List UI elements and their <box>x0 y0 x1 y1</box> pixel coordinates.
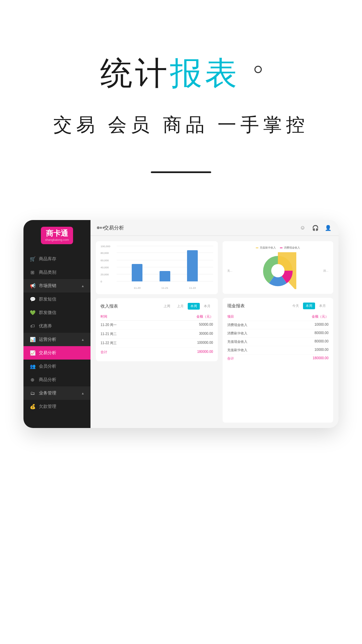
arrow-up-icon3: ▲ <box>81 391 84 395</box>
cash-total-row: 合计 180000.00 <box>227 355 328 363</box>
sidebar-item-analytics[interactable]: 📊 运营分析 ▲ <box>23 333 90 346</box>
revenue-tabs: 上周 上月 本周 本月 <box>161 303 213 310</box>
sidebar-item-label: 商品分析 <box>39 377 56 383</box>
dashboard-mockup: 商卡通 shangkatong.com 🛒 商品库存 ⊞ 商品类别 📢 市场营销 <box>23 220 339 428</box>
debt-icon: 💰 <box>29 404 36 410</box>
pie-side-right-label: 消… <box>323 269 328 273</box>
analytics-icon: 📊 <box>29 336 36 342</box>
amount-1120: 50000.00 <box>157 323 213 327</box>
cash-item-1: 消费现金收入 <box>227 323 283 327</box>
topbar-icons: ☺ 🎧 👤 <box>299 224 332 231</box>
sidebar-item-sms[interactable]: 💬 群发短信 <box>23 292 90 306</box>
revenue-row-1: 11-20 周一 50000.00 <box>101 321 213 330</box>
x-label-1121: 11-21 <box>162 286 168 289</box>
sidebar-item-label: 群发短信 <box>39 296 56 302</box>
tab-last-week[interactable]: 上周 <box>161 303 173 310</box>
cash-col-project: 项目 <box>227 314 283 319</box>
bar-1120 <box>132 264 142 281</box>
sidebar-item-product-analysis[interactable]: ⊕ 商品分析 <box>23 373 90 386</box>
sidebar-item-label: 商品库存 <box>39 256 56 262</box>
tab-last-month[interactable]: 上月 <box>174 303 186 310</box>
y-label-60k: 60,000 <box>101 259 109 262</box>
cash-item-3: 充值现金收入 <box>227 339 283 344</box>
col-amount: 金额（元） <box>157 314 213 319</box>
pie-side-left-label: 充… <box>227 269 233 273</box>
x-labels: 11-20 11-21 11-22 <box>117 286 213 289</box>
cash-title: 现金报表 <box>227 303 245 309</box>
revenue-total-row: 合计 180000.00 <box>101 348 213 357</box>
pie-legend: 充值刷卡收入 消费现金收入 <box>227 246 328 250</box>
sidebar-item-category[interactable]: ⊞ 商品类别 <box>23 266 90 279</box>
sidebar-logo: 商卡通 shangkatong.com <box>23 220 90 250</box>
sidebar-item-transaction[interactable]: 📈 交易分析 <box>23 346 90 360</box>
headphone-icon: 🎧 <box>312 224 319 231</box>
tab-this-week[interactable]: 本周 <box>188 303 200 310</box>
revenue-table-header: 时间 金额（元） <box>101 313 213 321</box>
legend-recharge-card: 充值刷卡收入 <box>256 246 276 250</box>
date-1120: 11-20 周一 <box>101 323 157 327</box>
x-label-1120: 11-20 <box>134 286 140 289</box>
sidebar-menu: 🛒 商品库存 ⊞ 商品类别 📢 市场营销 ▲ 💬 群发短信 💚 <box>23 250 90 428</box>
sidebar-item-inventory[interactable]: 🛒 商品库存 <box>23 252 90 266</box>
business-icon: 🗂 <box>29 390 36 396</box>
y-label-80k: 80,000 <box>101 252 109 255</box>
cash-item-2: 消费刷卡收入 <box>227 331 283 336</box>
pie-card: 充值刷卡收入 消费现金收入 充… <box>223 241 333 294</box>
cash-amount-4: 10000.00 <box>283 348 328 353</box>
sidebar-item-business[interactable]: 🗂 业务管理 ▲ <box>23 386 90 400</box>
revenue-row-2: 11-21 周二 30000.00 <box>101 330 213 339</box>
sidebar: 商卡通 shangkatong.com 🛒 商品库存 ⊞ 商品类别 📢 市场营销 <box>23 220 90 428</box>
legend-label-consume-cash: 消费现金收入 <box>284 246 300 250</box>
cash-item-4: 充值刷卡收入 <box>227 348 283 353</box>
logo-text: 商卡通 <box>45 229 69 237</box>
cash-row-1: 消费现金收入 10000.00 <box>227 321 328 329</box>
sidebar-item-marketing[interactable]: 📢 市场营销 ▲ <box>23 279 90 292</box>
amount-1121: 30000.00 <box>157 332 213 336</box>
sidebar-item-debt[interactable]: 💰 欠款管理 <box>23 400 90 413</box>
trend-icon: 📈 <box>29 350 36 356</box>
member-icon: 👥 <box>29 363 36 369</box>
sidebar-item-member[interactable]: 👥 会员分析 <box>23 360 90 373</box>
date-1121: 11-21 周二 <box>101 332 157 336</box>
revenue-total-label: 合计 <box>101 350 157 355</box>
cash-row-3: 充值现金收入 80000.00 <box>227 338 328 346</box>
coupon-icon: 🏷 <box>29 323 36 329</box>
sidebar-item-wechat[interactable]: 💚 群发微信 <box>23 306 90 319</box>
y-label-40k: 40,000 <box>101 266 109 269</box>
sidebar-item-label: 会员分析 <box>39 363 56 369</box>
hero-section: 统计报表 交易 会员 商品 一手掌控 <box>0 0 362 186</box>
cash-table-header: 项目 金额（元） <box>227 313 328 321</box>
hero-title: 统计报表 <box>0 54 362 92</box>
revenue-header-row: 收入报表 上周 上月 本周 本月 <box>101 303 213 310</box>
sidebar-item-label: 交易分析 <box>39 350 56 356</box>
cash-total-label: 合计 <box>227 356 283 361</box>
legend-dot-yellow <box>256 248 258 248</box>
sidebar-item-coupon[interactable]: 🏷 优惠券 <box>23 319 90 333</box>
tab-this-month-cash[interactable]: 本月 <box>316 303 328 309</box>
cash-amount-1: 10000.00 <box>283 323 328 327</box>
emoji-icon: ☺ <box>299 224 306 231</box>
amount-1122: 100000.00 <box>157 341 213 345</box>
hero-title-part1: 统计 <box>100 55 170 91</box>
y-label-20k: 20,000 <box>101 273 109 276</box>
logo-sub: shangkatong.com <box>45 238 69 241</box>
sidebar-item-label: 业务管理 <box>39 390 56 396</box>
menu-dots-icon <box>97 227 99 229</box>
tab-this-month[interactable]: 本月 <box>201 303 213 310</box>
marketing-icon: 📢 <box>29 283 36 289</box>
grid-icon: ⊞ <box>29 269 36 275</box>
y-label-100k: 100,000 <box>101 245 110 248</box>
pie-container: 充… <box>227 252 328 289</box>
tab-this-week-cash[interactable]: 本周 <box>303 303 315 309</box>
cash-row-2: 消费刷卡收入 80000.00 <box>227 329 328 338</box>
x-label-1122: 11-22 <box>189 286 196 289</box>
legend-consume-cash: 消费现金收入 <box>280 246 300 250</box>
sms-icon: 💬 <box>29 296 36 302</box>
cash-header-row: 现金报表 今天 本周 本月 <box>227 303 328 309</box>
sidebar-item-label: 优惠券 <box>39 323 52 329</box>
revenue-total-amount: 180000.00 <box>157 350 213 355</box>
content-area: 100,000 80,000 60,000 40,000 20,000 0 <box>90 236 339 428</box>
arrow-up-icon: ▲ <box>81 284 84 288</box>
bar-1121-rect <box>160 271 170 281</box>
tab-today[interactable]: 今天 <box>290 303 302 309</box>
